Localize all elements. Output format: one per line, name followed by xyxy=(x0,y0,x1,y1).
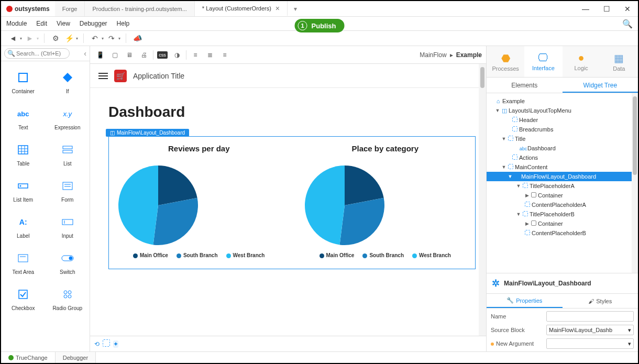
palette-item-text[interactable]: abcText xyxy=(1,101,46,137)
svg-rect-11 xyxy=(63,182,72,190)
prop-newarg-dropdown[interactable]: ▾ xyxy=(546,338,634,349)
tree-node[interactable]: Header xyxy=(487,115,638,125)
props-tab-styles[interactable]: 🖌Styles xyxy=(563,294,638,308)
settings-icon[interactable]: ⚙ xyxy=(50,32,61,44)
chart-card-left: Reviews per day Main OfficeSouth BranchW… xyxy=(116,144,282,261)
tab-processes[interactable]: ⬣Processes xyxy=(487,46,524,77)
tree-node[interactable]: Breadcrumbs xyxy=(487,125,638,134)
minimize-button[interactable]: — xyxy=(575,1,596,17)
palette-item-container[interactable]: Container xyxy=(1,64,46,101)
tree-node[interactable]: ▼◫ MainFlow\Layout_Dashboard xyxy=(487,172,638,181)
view-mode-1-icon[interactable]: ⟲ xyxy=(94,340,100,348)
tree-node[interactable]: ▼ TitlePlaceholderA xyxy=(487,181,638,191)
block-icon: ✲ xyxy=(492,278,500,289)
collapse-left-icon[interactable]: ‹ xyxy=(84,49,86,58)
view-mode-3-icon[interactable]: ✦ xyxy=(113,340,118,348)
close-button[interactable]: ✕ xyxy=(617,1,638,17)
table-icon xyxy=(3,142,43,158)
svg-rect-8 xyxy=(63,150,72,153)
block-tag[interactable]: ◫MainFlow\Layout_Dashboard xyxy=(106,129,189,137)
publish-button[interactable]: 1 Publish xyxy=(295,19,345,32)
tree-node[interactable]: ▶ Container xyxy=(487,191,638,200)
chart-card-right: Place by category Main OfficeSouth Branc… xyxy=(303,144,468,261)
tree-node[interactable]: ContentPlaceholderA xyxy=(487,200,638,209)
palette-item-table[interactable]: Table xyxy=(1,137,46,173)
tree-scrollbar[interactable] xyxy=(632,93,638,273)
tab-logic[interactable]: ●Logic xyxy=(563,46,600,77)
hamburger-icon[interactable] xyxy=(98,73,108,79)
menu-view[interactable]: View xyxy=(56,18,71,29)
tab-add-icon[interactable]: ▾ xyxy=(288,1,303,16)
css-button[interactable]: css xyxy=(157,49,168,61)
svg-marker-1 xyxy=(63,73,72,82)
palette-item-radio[interactable]: Radio Group xyxy=(46,281,90,317)
palette-item-input[interactable]: Input xyxy=(46,209,90,245)
palette-item-if[interactable]: If xyxy=(46,64,90,101)
device-desktop-icon[interactable]: 🖥 xyxy=(124,49,135,61)
device-print-icon[interactable]: 🖨 xyxy=(138,49,150,61)
back-button[interactable]: ◄ xyxy=(7,32,19,44)
status-debugger[interactable]: Debugger xyxy=(56,352,96,363)
feedback-icon[interactable]: 📣 xyxy=(131,32,143,44)
tree-node[interactable]: ContentPlaceholderB xyxy=(487,228,638,238)
global-search-icon[interactable]: 🔍 xyxy=(622,19,633,29)
palette-item-listitem[interactable]: List Item xyxy=(1,173,46,209)
breadcrumb-parent[interactable]: MainFlow xyxy=(420,51,446,59)
align-left-icon[interactable]: ≡ xyxy=(190,49,201,61)
svg-point-23 xyxy=(64,295,67,298)
palette-item-switch[interactable]: Switch xyxy=(46,245,90,281)
palette-item-list[interactable]: List xyxy=(46,137,90,173)
palette-item-expr[interactable]: x.yExpression xyxy=(46,101,90,137)
menu-debugger[interactable]: Debugger xyxy=(79,18,108,29)
breadcrumb-current: Example xyxy=(456,51,482,59)
device-tablet-icon[interactable]: ▢ xyxy=(109,49,120,61)
prop-name-input[interactable] xyxy=(546,311,634,322)
undo-icon[interactable]: ↶ xyxy=(89,32,101,44)
prop-name-label: Name xyxy=(491,313,543,319)
tree-node[interactable]: ⌂ Example xyxy=(487,96,638,106)
plug-icon[interactable]: ⚡ xyxy=(63,32,75,44)
subtab-elements[interactable]: Elements xyxy=(487,78,563,93)
tab-layout-active[interactable]: * Layout (CustomerOrders) × xyxy=(195,1,288,16)
subtab-widget-tree[interactable]: Widget Tree xyxy=(563,78,638,93)
prop-source-dropdown[interactable]: MainFlow\Layout_Dashb▾ xyxy=(546,325,634,335)
tab-interface[interactable]: 🖵Interface xyxy=(524,46,562,77)
menu-edit[interactable]: Edit xyxy=(35,18,48,29)
tab-production[interactable]: Production - training-prd.outsystem... xyxy=(85,1,194,16)
svg-rect-16 xyxy=(18,255,28,262)
palette-item-label[interactable]: A:Label xyxy=(1,209,46,245)
tree-node[interactable]: ▶ Container xyxy=(487,219,638,228)
forward-button[interactable]: ► xyxy=(24,32,36,44)
palette-item-checkbox[interactable]: Checkbox xyxy=(1,281,46,317)
svg-rect-14 xyxy=(62,219,73,225)
redo-icon[interactable]: ↷ xyxy=(106,32,117,44)
palette-item-form[interactable]: Form xyxy=(46,173,90,209)
tab-forge[interactable]: Forge xyxy=(55,1,85,16)
theme-icon[interactable]: ◑ xyxy=(171,49,183,61)
tree-node[interactable]: ▼◫ Layouts\LayoutTopMenu xyxy=(487,106,638,115)
tree-node[interactable]: ▼ TitlePlaceholderB xyxy=(487,209,638,219)
device-phone-icon[interactable]: 📱 xyxy=(94,49,106,61)
close-icon[interactable]: × xyxy=(276,4,280,13)
application-title: Application Title xyxy=(133,72,184,80)
svg-rect-2 xyxy=(18,146,28,154)
align-center-icon[interactable]: ≣ xyxy=(204,49,216,61)
props-tab-properties[interactable]: 🔧Properties xyxy=(487,294,563,308)
tree-node[interactable]: Actions xyxy=(487,153,638,162)
list-icon xyxy=(48,142,88,158)
view-mode-2-icon[interactable] xyxy=(103,339,110,348)
checkbox-icon xyxy=(3,286,43,302)
stage-scrollbar[interactable] xyxy=(479,64,486,336)
menu-module[interactable]: Module xyxy=(5,18,28,29)
palette-item-textarea[interactable]: Text Area xyxy=(1,245,46,281)
search-icon: 🔍 xyxy=(7,50,15,57)
menu-help[interactable]: Help xyxy=(116,18,131,29)
align-right-icon[interactable]: ≡ xyxy=(219,49,230,61)
status-truechange[interactable]: TrueChange xyxy=(1,352,56,363)
dashboard-block[interactable]: Reviews per day Main OfficeSouth BranchW… xyxy=(108,136,476,269)
tree-node[interactable]: ▼ Title xyxy=(487,134,638,144)
tree-node[interactable]: ▼ MainContent xyxy=(487,162,638,172)
tree-node[interactable]: abc Dashboard xyxy=(487,144,638,153)
tab-data[interactable]: ▦Data xyxy=(600,46,638,77)
maximize-button[interactable]: ☐ xyxy=(596,1,617,17)
